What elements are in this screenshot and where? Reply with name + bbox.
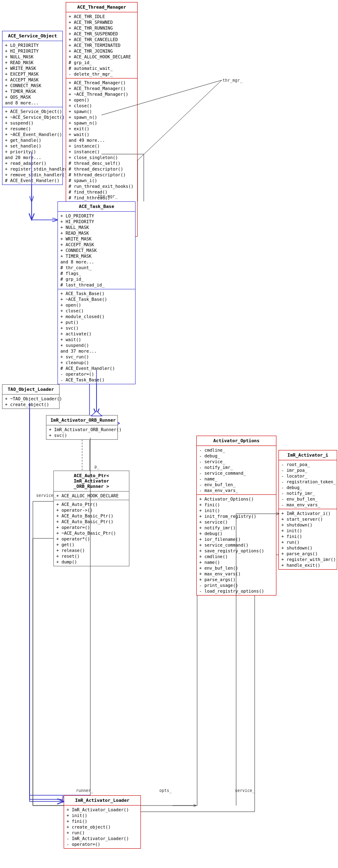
list-item: + init() <box>199 508 274 513</box>
list-item: + WRITE_MASK <box>60 236 133 242</box>
list-item: # last_thread_id_ <box>60 282 133 288</box>
list-item: + HI_PRIORITY <box>60 219 133 224</box>
list-item: - max_env_vars_ <box>199 487 274 493</box>
activator-options-title-section: Activator_Options <box>197 436 276 446</box>
list-item: + WRITE_MASK <box>5 65 60 71</box>
list-item: + suspend() <box>60 342 133 348</box>
list-item: + ~TAO_Object_Loader() <box>5 396 57 402</box>
activator-options-methods: + Activator_Options() + fini() + init() … <box>197 495 276 595</box>
list-item: - service_command_ <box>199 470 274 476</box>
list-item: + wait() <box>69 132 135 137</box>
list-item: + Activator_Options() <box>199 496 274 502</box>
list-item: + operator=() <box>56 524 126 530</box>
list-item: and 49 more... <box>69 137 135 143</box>
list-item: # grp_id_ <box>60 276 133 282</box>
list-item: + LO_PRIORITY <box>5 42 60 48</box>
ace-task-base-methods: + ACE_Task_Base() + ~ACE_Task_Base() + o… <box>58 289 135 384</box>
list-item: - name_ <box>199 476 274 482</box>
list-item: + ACE_ALLOC_HOOK_DECLARE <box>69 54 135 60</box>
list-item: + svc() <box>60 325 133 331</box>
list-item: # flags_ <box>60 270 133 276</box>
ace-service-object-box: ACE_Service_Object + LO_PRIORITY + HI_PR… <box>2 31 63 185</box>
list-item: + ImR_Activator_ORB_Runner() <box>49 427 115 432</box>
p-label: p_ <box>94 464 99 469</box>
list-item: - imr_poa_ <box>281 467 334 473</box>
list-item: + init_from_registry() <box>199 513 274 519</box>
list-item: # thread_desc_self() <box>69 160 135 166</box>
list-item: + read_adapter() <box>5 160 60 166</box>
list-item: and 37 more... <box>60 348 133 354</box>
list-item: # automatic_wait_ <box>69 65 135 71</box>
list-item: + start_server() <box>281 516 334 522</box>
list-item: + cmdline() <box>199 554 274 559</box>
tao-object-loader-title-section: TAO_Object_Loader <box>2 385 59 395</box>
list-item: + get_handle() <box>5 137 60 143</box>
list-item: + exit() <box>69 126 135 132</box>
list-item: + close() <box>69 103 135 108</box>
ace-task-base-attrs: + LO_PRIORITY + HI_PRIORITY + NULL_MASK … <box>58 212 135 289</box>
list-item: + ~ACE_Thread_Manager() <box>69 91 135 97</box>
list-item: + spawn_n() <box>69 120 135 126</box>
list-item: + parse_args() <box>281 551 334 556</box>
list-item: + init() <box>281 528 334 533</box>
list-item: + spawn_n() <box>69 114 135 120</box>
list-item: + put() <box>60 319 133 325</box>
list-item: - registration_token_ <box>281 479 334 485</box>
list-item: + open() <box>60 302 133 308</box>
runner-label: runner_ <box>76 788 93 793</box>
list-item: + name() <box>199 559 274 565</box>
list-item: + instance() <box>69 143 135 149</box>
list-item: + close_singleton() <box>69 155 135 160</box>
list-item: + ACE_THR_SPAWNED <box>69 19 135 25</box>
ace-task-base-title: ACE_Task_Base <box>60 203 133 210</box>
list-item: - print_usage() <box>199 582 274 588</box>
list-item: + shutdown() <box>281 545 334 551</box>
list-item: + service_command() <box>199 542 274 548</box>
list-item: + ~ACE_Event_Handler() <box>5 132 60 137</box>
imr-activator-i-title-section: ImR_Activator_i <box>279 450 337 460</box>
list-item: # ACE_Event_Handler() <box>60 365 133 371</box>
list-item: + suspend() <box>5 120 60 126</box>
opts-label: opts_ <box>159 788 172 793</box>
list-item: # thread_descriptor() <box>69 166 135 172</box>
list-item: + ACE_THR_SUSPENDED <box>69 31 135 37</box>
list-item: + service() <box>199 519 274 525</box>
list-item: + close() <box>60 308 133 314</box>
list-item: + instance() <box>69 149 135 155</box>
list-item: + ~ACE_Service_Object() <box>5 114 60 120</box>
diagram-container: ACE_Service_Object + LO_PRIORITY + HI_PR… <box>0 0 338 868</box>
list-item: + ACCEPT_MASK <box>5 77 60 83</box>
list-item: # grp_id_ <box>69 60 135 65</box>
imr-activator-i-methods: + ImR_Activator_i() + start_server() + s… <box>279 509 337 569</box>
list-item: + ACE_Auto_Ptr() <box>56 501 126 507</box>
service-label-left: service_ <box>36 493 56 498</box>
list-item: - load_registry_options() <box>199 588 274 594</box>
tao-object-loader-title: TAO_Object_Loader <box>5 386 57 393</box>
ace-auto-ptr-title: ACE_Auto_Ptr< ImR_Activator_ORB_Runner > <box>56 472 126 490</box>
list-item: and 20 more... <box>5 155 60 160</box>
list-item: - locator_ <box>281 473 334 479</box>
list-item: + cleanup() <box>60 360 133 365</box>
list-item: + fini() <box>281 533 334 539</box>
list-item: + ACE_Thread_Manager() <box>69 85 135 91</box>
ace-auto-ptr-box: ACE_Auto_Ptr< ImR_Activator_ORB_Runner >… <box>53 471 129 566</box>
list-item: + ACE_Service_Object() <box>5 108 60 114</box>
thr-mgr-label-mid: thr_mgr_ <box>98 194 117 199</box>
list-item: + resume() <box>5 126 60 132</box>
list-item: - env_buf_len_ <box>199 482 274 487</box>
list-item: + QOS_MASK <box>5 94 60 100</box>
thr-mgr-label-top: thr_mgr_ <box>223 78 242 83</box>
list-item: - operator=() <box>60 371 133 377</box>
list-item: - ACE_Task_Base() <box>60 377 133 383</box>
ace-task-base-box: ACE_Task_Base + LO_PRIORITY + HI_PRIORIT… <box>57 201 136 384</box>
list-item: + READ_MASK <box>5 60 60 65</box>
list-item: - cmdline_ <box>199 447 274 453</box>
ace-thread-manager-title: ACE_Thread_Manager <box>69 4 135 11</box>
list-item: - root_poa_ <box>281 462 334 467</box>
list-item: + shutdown() <box>281 522 334 528</box>
list-item: + HI_PRIORITY <box>5 48 60 54</box>
ace-auto-ptr-const: + ACE_ALLOC_HOOK_DECLARE <box>54 492 129 500</box>
list-item: + ACCEPT_MASK <box>60 242 133 247</box>
list-item: + create_object() <box>5 402 57 407</box>
list-item: - debug_ <box>199 453 274 459</box>
